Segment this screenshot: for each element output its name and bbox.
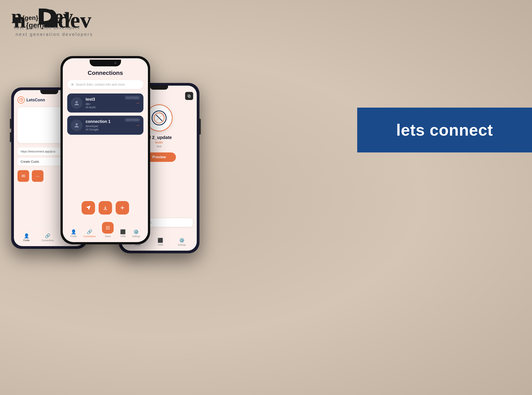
left-nav-profile[interactable]: 👤 Profile	[23, 233, 30, 242]
left-lc-icon	[17, 96, 25, 104]
search-placeholder: Search links, contact info and more	[76, 83, 125, 86]
center-phone-screen: Connections Search links, contact info a…	[63, 58, 148, 242]
svg-rect-21	[109, 229, 110, 229]
logo-text-gen: {gen}	[22, 15, 38, 21]
connection-date-2: 01/07/2023	[124, 118, 140, 122]
download-icon	[103, 205, 108, 210]
svg-rect-16	[106, 227, 107, 228]
vol-up-btn	[10, 119, 11, 129]
center-bottom-nav: 👤 Profile 🔗 Connections	[67, 219, 143, 238]
logo-subtitle: next generation developers	[16, 32, 93, 37]
center-fab-row	[67, 201, 143, 214]
email-action-button[interactable]: ✉	[17, 170, 29, 182]
center-settings-icon: ⚙️	[133, 229, 139, 235]
center-nav-profile[interactable]: 👤 Profile	[70, 229, 77, 238]
svg-rect-17	[108, 227, 108, 228]
phone-center: Connections Search links, contact info a…	[60, 56, 150, 244]
logo-d-icon	[39, 7, 54, 27]
logo-subtitle-row: next generation developers	[11, 26, 83, 30]
connection-role-1: dev	[86, 102, 132, 106]
connection-arrow-2: →	[135, 123, 140, 128]
center-connections-icon: 🔗	[87, 229, 92, 235]
svg-rect-14	[108, 226, 108, 227]
center-nav-share[interactable]: Share	[102, 222, 114, 238]
add-fab-button[interactable]	[116, 201, 129, 214]
add-icon	[120, 205, 125, 210]
svg-rect-19	[106, 229, 107, 229]
right-crm-icon: ⬛	[157, 238, 163, 243]
right-notch	[150, 86, 168, 90]
blue-banner: lets connect	[357, 108, 532, 153]
logo-subtitle-text: next generation developers	[14, 26, 80, 30]
center-nav-settings[interactable]: ⚙️ Settings	[132, 229, 140, 238]
vol-down-btn	[10, 132, 11, 142]
svg-point-12	[76, 123, 77, 125]
connection-location-2: At Google	[86, 128, 132, 131]
copy-icon	[187, 94, 191, 98]
letsconnect-logo-icon	[151, 110, 167, 126]
search-dot-icon	[71, 83, 74, 86]
logo-line: next generation developers	[13, 32, 95, 37]
right-nav-settings[interactable]: ⚙️ Settings	[178, 238, 186, 246]
center-share-icon-btn	[102, 222, 114, 234]
connection-arrow-1: →	[135, 100, 140, 106]
chat-action-button[interactable]: ···	[32, 170, 43, 182]
left-notch	[40, 90, 58, 94]
connection-location-1: At test4	[86, 106, 132, 109]
center-nav-connections[interactable]: 🔗 Connections	[83, 229, 96, 238]
logo-text-ev: ev	[54, 7, 73, 27]
center-title: Connections	[67, 70, 143, 77]
logo-text-n: n	[11, 7, 22, 27]
profile-icon: 👤	[24, 233, 29, 239]
send-icon	[86, 205, 91, 210]
connection-card-test3[interactable]: test3 dev At test4 → 01/07/2023	[67, 93, 143, 113]
power-btn-right	[200, 119, 201, 135]
connection-avatar-1	[71, 97, 82, 109]
phones-container: LetsConn https://letsconnect.app/jccc Cr…	[11, 38, 213, 352]
connection-card-conn1[interactable]: connection 1 developer At Google → 01/07…	[67, 116, 143, 135]
right-nav-crm[interactable]: ⬛ CRM	[157, 238, 163, 246]
center-profile-icon: 👤	[71, 229, 76, 235]
center-search-bar[interactable]: Search links, contact info and more	[67, 80, 143, 89]
lc-logo-icon	[19, 98, 23, 102]
connection-avatar-2	[71, 120, 82, 131]
connection-role-2: developer	[86, 124, 132, 128]
center-nav-crm[interactable]: ⬛ CRM	[120, 229, 126, 238]
left-app-name: LetsConn	[27, 98, 45, 102]
logo-block: n {gen} ev next generation developers	[11, 7, 83, 30]
send-fab-button[interactable]	[81, 201, 95, 214]
user-icon-2	[74, 122, 80, 128]
svg-rect-22	[188, 95, 190, 97]
center-crm-icon: ⬛	[120, 229, 126, 235]
svg-rect-15	[109, 226, 110, 227]
connection-date-1: 01/07/2023	[124, 96, 140, 100]
user-icon-1	[74, 100, 80, 106]
svg-rect-0	[39, 9, 42, 25]
connections-icon: 🔗	[45, 233, 50, 239]
svg-rect-20	[108, 229, 108, 229]
svg-rect-18	[109, 227, 110, 228]
right-settings-icon: ⚙️	[179, 238, 185, 243]
download-fab-button[interactable]	[99, 201, 112, 214]
banner-text: lets connect	[396, 121, 493, 139]
svg-rect-23	[189, 95, 190, 97]
center-grid-icon	[106, 225, 110, 230]
svg-point-11	[76, 101, 77, 103]
center-notch	[90, 60, 121, 66]
right-copy-button[interactable]	[185, 92, 193, 100]
left-nav-connections[interactable]: 🔗 Connections	[41, 233, 54, 242]
svg-rect-13	[106, 226, 107, 227]
